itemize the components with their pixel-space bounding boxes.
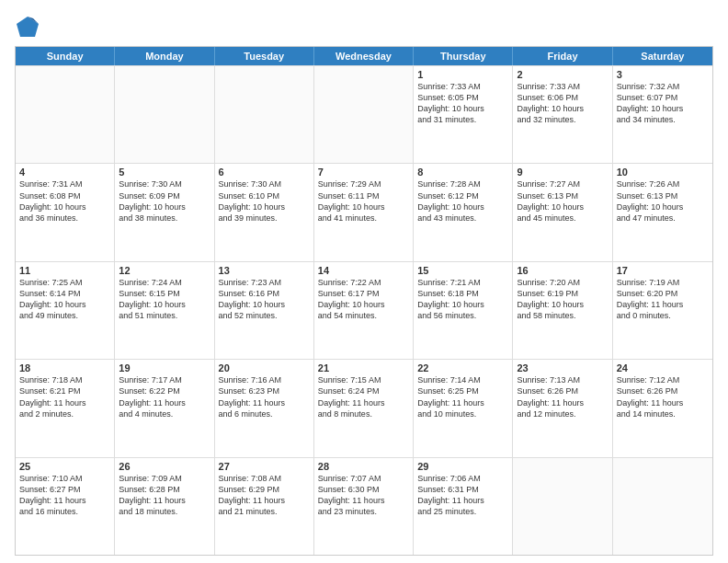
cal-cell: 23Sunrise: 7:13 AMSunset: 6:26 PMDayligh… — [513, 360, 612, 456]
logo — [15, 15, 42, 40]
header — [15, 11, 713, 40]
day-number: 6 — [219, 167, 310, 178]
cell-text: Sunrise: 7:26 AMSunset: 6:13 PMDaylight:… — [617, 178, 709, 224]
cell-text: Sunrise: 7:09 AMSunset: 6:28 PMDaylight:… — [119, 473, 210, 518]
header-day-saturday: Saturday — [613, 47, 712, 65]
cal-cell — [314, 66, 414, 163]
day-number: 2 — [517, 69, 608, 80]
cal-cell: 25Sunrise: 7:10 AMSunset: 6:27 PMDayligh… — [16, 458, 115, 555]
day-number: 17 — [617, 265, 709, 276]
cal-cell — [115, 66, 214, 163]
cal-cell — [16, 66, 115, 163]
cell-text: Sunrise: 7:30 AMSunset: 6:09 PMDaylight:… — [119, 178, 210, 224]
day-number: 16 — [517, 265, 608, 276]
calendar-row-2: 11Sunrise: 7:25 AMSunset: 6:14 PMDayligh… — [16, 261, 712, 359]
cal-cell: 27Sunrise: 7:08 AMSunset: 6:29 PMDayligh… — [215, 458, 314, 555]
day-number: 27 — [219, 461, 310, 472]
cell-text: Sunrise: 7:23 AMSunset: 6:16 PMDaylight:… — [219, 277, 310, 322]
day-number: 26 — [119, 461, 210, 472]
cal-cell: 17Sunrise: 7:19 AMSunset: 6:20 PMDayligh… — [613, 262, 712, 359]
cal-cell — [613, 458, 712, 555]
cell-text: Sunrise: 7:27 AMSunset: 6:13 PMDaylight:… — [517, 178, 608, 224]
header-day-friday: Friday — [513, 47, 612, 65]
day-number: 5 — [119, 167, 210, 178]
day-number: 8 — [417, 167, 508, 178]
cal-cell: 13Sunrise: 7:23 AMSunset: 6:16 PMDayligh… — [215, 262, 314, 359]
cal-cell: 19Sunrise: 7:17 AMSunset: 6:22 PMDayligh… — [115, 360, 214, 456]
cell-text: Sunrise: 7:12 AMSunset: 6:26 PMDaylight:… — [617, 374, 709, 419]
cell-text: Sunrise: 7:29 AMSunset: 6:11 PMDaylight:… — [318, 178, 409, 224]
cal-cell: 3Sunrise: 7:32 AMSunset: 6:07 PMDaylight… — [613, 66, 712, 163]
calendar-row-3: 18Sunrise: 7:18 AMSunset: 6:21 PMDayligh… — [16, 359, 712, 456]
cal-cell: 11Sunrise: 7:25 AMSunset: 6:14 PMDayligh… — [16, 262, 115, 359]
calendar-row-4: 25Sunrise: 7:10 AMSunset: 6:27 PMDayligh… — [16, 457, 712, 555]
calendar-row-0: 1Sunrise: 7:33 AMSunset: 6:05 PMDaylight… — [16, 65, 712, 163]
day-number: 4 — [19, 167, 110, 178]
cal-cell: 28Sunrise: 7:07 AMSunset: 6:30 PMDayligh… — [314, 458, 414, 555]
cal-cell: 8Sunrise: 7:28 AMSunset: 6:12 PMDaylight… — [414, 164, 513, 260]
day-number: 28 — [318, 461, 409, 472]
cell-text: Sunrise: 7:25 AMSunset: 6:14 PMDaylight:… — [19, 277, 110, 322]
cell-text: Sunrise: 7:16 AMSunset: 6:23 PMDaylight:… — [219, 374, 310, 419]
cal-cell — [513, 458, 612, 555]
cal-cell: 21Sunrise: 7:15 AMSunset: 6:24 PMDayligh… — [314, 360, 414, 456]
header-day-thursday: Thursday — [414, 47, 513, 65]
cell-text: Sunrise: 7:21 AMSunset: 6:18 PMDaylight:… — [417, 277, 508, 322]
cal-cell: 4Sunrise: 7:31 AMSunset: 6:08 PMDaylight… — [16, 164, 115, 260]
cell-text: Sunrise: 7:30 AMSunset: 6:10 PMDaylight:… — [219, 178, 310, 224]
day-number: 18 — [19, 362, 110, 373]
cal-cell: 9Sunrise: 7:27 AMSunset: 6:13 PMDaylight… — [513, 164, 612, 260]
cal-cell: 7Sunrise: 7:29 AMSunset: 6:11 PMDaylight… — [314, 164, 414, 260]
cal-cell: 26Sunrise: 7:09 AMSunset: 6:28 PMDayligh… — [115, 458, 214, 555]
cell-text: Sunrise: 7:22 AMSunset: 6:17 PMDaylight:… — [318, 277, 409, 322]
day-number: 14 — [318, 265, 409, 276]
cal-cell: 29Sunrise: 7:06 AMSunset: 6:31 PMDayligh… — [414, 458, 513, 555]
header-day-wednesday: Wednesday — [314, 47, 414, 65]
day-number: 24 — [617, 362, 709, 373]
cal-cell: 2Sunrise: 7:33 AMSunset: 6:06 PMDaylight… — [513, 66, 612, 163]
cal-cell: 10Sunrise: 7:26 AMSunset: 6:13 PMDayligh… — [613, 164, 712, 260]
cell-text: Sunrise: 7:13 AMSunset: 6:26 PMDaylight:… — [517, 374, 608, 419]
svg-marker-0 — [17, 17, 39, 37]
cell-text: Sunrise: 7:10 AMSunset: 6:27 PMDaylight:… — [19, 473, 110, 518]
cal-cell: 18Sunrise: 7:18 AMSunset: 6:21 PMDayligh… — [16, 360, 115, 456]
cell-text: Sunrise: 7:31 AMSunset: 6:08 PMDaylight:… — [19, 178, 110, 224]
cal-cell: 15Sunrise: 7:21 AMSunset: 6:18 PMDayligh… — [414, 262, 513, 359]
header-day-tuesday: Tuesday — [215, 47, 314, 65]
cell-text: Sunrise: 7:06 AMSunset: 6:31 PMDaylight:… — [417, 473, 508, 518]
cell-text: Sunrise: 7:32 AMSunset: 6:07 PMDaylight:… — [617, 81, 709, 126]
header-day-monday: Monday — [115, 47, 214, 65]
cell-text: Sunrise: 7:07 AMSunset: 6:30 PMDaylight:… — [318, 473, 409, 518]
day-number: 12 — [119, 265, 210, 276]
calendar: SundayMondayTuesdayWednesdayThursdayFrid… — [15, 46, 713, 556]
cal-cell: 14Sunrise: 7:22 AMSunset: 6:17 PMDayligh… — [314, 262, 414, 359]
cal-cell: 24Sunrise: 7:12 AMSunset: 6:26 PMDayligh… — [613, 360, 712, 456]
cal-cell: 1Sunrise: 7:33 AMSunset: 6:05 PMDaylight… — [414, 66, 513, 163]
day-number: 29 — [417, 461, 508, 472]
cal-cell: 6Sunrise: 7:30 AMSunset: 6:10 PMDaylight… — [215, 164, 314, 260]
day-number: 22 — [417, 362, 508, 373]
page: SundayMondayTuesdayWednesdayThursdayFrid… — [0, 0, 728, 563]
day-number: 25 — [19, 461, 110, 472]
cal-cell: 16Sunrise: 7:20 AMSunset: 6:19 PMDayligh… — [513, 262, 612, 359]
cell-text: Sunrise: 7:19 AMSunset: 6:20 PMDaylight:… — [617, 277, 709, 322]
cal-cell: 5Sunrise: 7:30 AMSunset: 6:09 PMDaylight… — [115, 164, 214, 260]
day-number: 7 — [318, 167, 409, 178]
day-number: 13 — [219, 265, 310, 276]
calendar-row-1: 4Sunrise: 7:31 AMSunset: 6:08 PMDaylight… — [16, 163, 712, 260]
cal-cell: 22Sunrise: 7:14 AMSunset: 6:25 PMDayligh… — [414, 360, 513, 456]
calendar-header: SundayMondayTuesdayWednesdayThursdayFrid… — [16, 47, 712, 65]
cell-text: Sunrise: 7:24 AMSunset: 6:15 PMDaylight:… — [119, 277, 210, 322]
cal-cell: 20Sunrise: 7:16 AMSunset: 6:23 PMDayligh… — [215, 360, 314, 456]
day-number: 19 — [119, 362, 210, 373]
cell-text: Sunrise: 7:28 AMSunset: 6:12 PMDaylight:… — [417, 178, 508, 224]
logo-icon — [15, 15, 40, 40]
header-day-sunday: Sunday — [16, 47, 115, 65]
day-number: 9 — [517, 167, 608, 178]
day-number: 23 — [517, 362, 608, 373]
day-number: 21 — [318, 362, 409, 373]
cell-text: Sunrise: 7:33 AMSunset: 6:05 PMDaylight:… — [417, 81, 508, 126]
cell-text: Sunrise: 7:18 AMSunset: 6:21 PMDaylight:… — [19, 374, 110, 419]
day-number: 15 — [417, 265, 508, 276]
calendar-body: 1Sunrise: 7:33 AMSunset: 6:05 PMDaylight… — [16, 65, 712, 555]
